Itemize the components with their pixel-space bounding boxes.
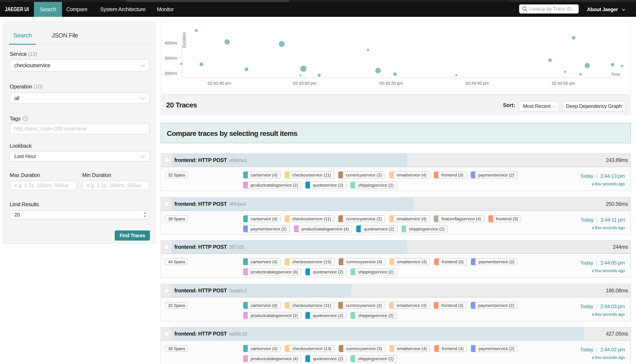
svg-text:200ms: 200ms: [164, 71, 177, 76]
svg-text:02:43:20 pm: 02:43:20 pm: [379, 81, 403, 86]
svg-text:02:43:40 pm: 02:43:40 pm: [465, 81, 489, 86]
svg-text:400ms: 400ms: [164, 41, 177, 45]
svg-text:02:44:00 pm: 02:44:00 pm: [552, 81, 575, 86]
svg-text:300ms: 300ms: [164, 56, 177, 60]
svg-text:Time: Time: [611, 72, 620, 77]
svg-text:02:43:00 pm: 02:43:00 pm: [293, 81, 316, 86]
svg-text:02:42:40 pm: 02:42:40 pm: [207, 81, 231, 86]
svg-text:Duration: Duration: [182, 32, 186, 48]
